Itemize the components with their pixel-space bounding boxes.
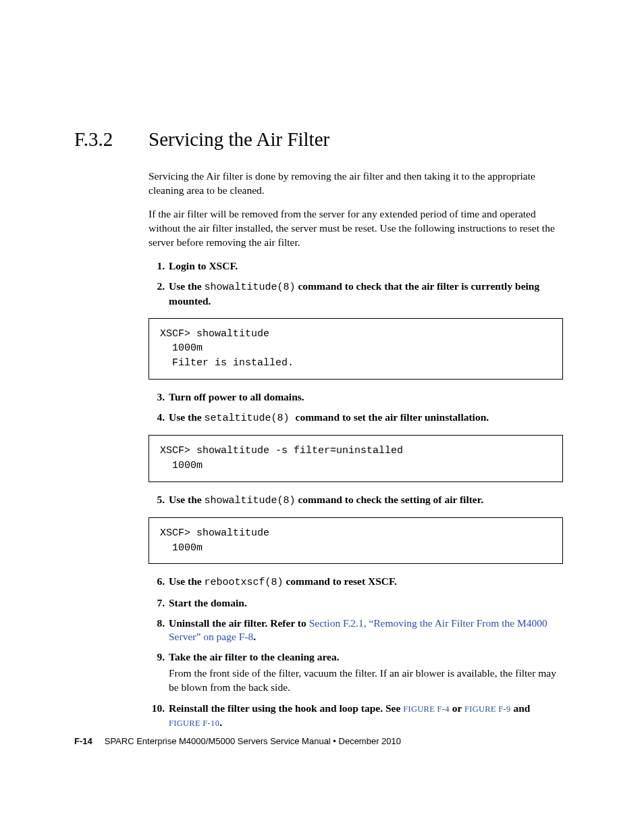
- step-5: 5. Use the showaltitude(8) command to ch…: [149, 493, 563, 508]
- step-bold: Take the air filter to the cleaning area…: [169, 651, 340, 662]
- step-bold: Use the: [169, 411, 205, 423]
- step-bold: Use the: [169, 280, 205, 292]
- step-text: Take the air filter to the cleaning area…: [169, 650, 563, 664]
- step-bold: command to set the air filter uninstalla…: [296, 411, 489, 423]
- step-9: 9. Take the air filter to the cleaning a…: [149, 650, 563, 664]
- step-bold: command to reset XSCF.: [284, 575, 397, 587]
- body-column: Servicing the Air filter is done by remo…: [149, 170, 563, 730]
- step-2: 2. Use the showaltitude(8) command to ch…: [149, 280, 563, 309]
- document-page: F.3.2 Servicing the Air Filter Servicing…: [0, 0, 644, 834]
- figure-link[interactable]: FIGURE F-10: [169, 719, 219, 728]
- step-bold: .: [253, 631, 256, 642]
- step-number: 9.: [149, 650, 169, 664]
- step-bold: Reinstall the filter using the hook and …: [169, 702, 403, 714]
- step-4: 4. Use the setaltitude(8) command to set…: [149, 411, 563, 425]
- step-text: Turn off power to all domains.: [169, 390, 563, 405]
- step-bold: or: [450, 702, 464, 714]
- step-number: 1.: [149, 259, 169, 273]
- step-text: Uninstall the air filter. Refer to Secti…: [169, 617, 563, 645]
- step-text: Use the showaltitude(8) command to check…: [169, 280, 563, 309]
- section-heading: F.3.2 Servicing the Air Filter: [74, 128, 563, 151]
- steps-list: 3. Turn off power to all domains. 4. Use…: [149, 390, 563, 425]
- step-text: Use the showaltitude(8) command to check…: [169, 493, 563, 508]
- footer-text: SPARC Enterprise M4000/M5000 Servers Ser…: [105, 736, 401, 746]
- step-8: 8. Uninstall the air filter. Refer to Se…: [149, 617, 563, 645]
- inline-command: setaltitude(8): [205, 413, 296, 424]
- step-text: Reinstall the filter using the hook and …: [169, 702, 563, 730]
- page-footer: F-14SPARC Enterprise M4000/M5000 Servers…: [74, 736, 401, 746]
- step-number: 5.: [149, 493, 169, 508]
- inline-command: rebootxscf(8): [205, 577, 284, 588]
- step-text: Start the domain.: [169, 596, 563, 610]
- step-bold: command to check the setting of air filt…: [296, 494, 484, 505]
- figure-link[interactable]: FIGURE F-9: [464, 704, 511, 714]
- steps-list: 10. Reinstall the filter using the hook …: [149, 702, 563, 730]
- step-bold: Use the: [169, 494, 205, 505]
- step-text: Use the rebootxscf(8) command to reset X…: [169, 575, 563, 590]
- step-bold: Use the: [169, 575, 205, 587]
- step-3: 3. Turn off power to all domains.: [149, 390, 563, 405]
- step-number: 4.: [149, 411, 169, 425]
- intro-paragraph-1: Servicing the Air filter is done by remo…: [149, 170, 563, 198]
- step-text: Use the setaltitude(8) command to set th…: [169, 411, 563, 425]
- step-bold: Turn off power to all domains.: [169, 391, 304, 402]
- step-bold: and: [511, 702, 531, 714]
- step-number: 2.: [149, 280, 169, 309]
- code-block-2: XSCF> showaltitude -s filter=uninstalled…: [149, 435, 563, 482]
- step-number: 7.: [149, 596, 169, 610]
- step-1: 1. Login to XSCF.: [149, 259, 563, 273]
- steps-list: 5. Use the showaltitude(8) command to ch…: [149, 493, 563, 508]
- step-number: 6.: [149, 575, 169, 590]
- step-number: 3.: [149, 390, 169, 405]
- inline-command: showaltitude(8): [205, 282, 296, 293]
- section-number: F.3.2: [74, 128, 149, 151]
- step-7: 7. Start the domain.: [149, 596, 563, 610]
- step-bold: Start the domain.: [169, 597, 247, 608]
- steps-list: 1. Login to XSCF. 2. Use the showaltitud…: [149, 259, 563, 309]
- intro-paragraph-2: If the air filter will be removed from t…: [149, 207, 563, 250]
- step-bold: Uninstall the air filter. Refer to: [169, 617, 309, 629]
- step-text: Login to XSCF.: [169, 259, 563, 273]
- page-number: F-14: [74, 736, 92, 746]
- steps-list: 6. Use the rebootxscf(8) command to rese…: [149, 575, 563, 664]
- step-bold: Login to XSCF.: [169, 260, 238, 271]
- step-bold: .: [219, 716, 222, 728]
- figure-link[interactable]: FIGURE F-4: [403, 704, 450, 714]
- code-block-1: XSCF> showaltitude 1000m Filter is insta…: [149, 318, 563, 380]
- section-title: Servicing the Air Filter: [149, 128, 329, 151]
- step-10: 10. Reinstall the filter using the hook …: [143, 702, 563, 730]
- step-6: 6. Use the rebootxscf(8) command to rese…: [149, 575, 563, 590]
- inline-command: showaltitude(8): [205, 495, 296, 506]
- code-block-3: XSCF> showaltitude 1000m: [149, 517, 563, 565]
- step-number: 8.: [149, 617, 169, 645]
- step-9-sub: From the front side of the filter, vacuu…: [169, 667, 563, 695]
- step-number: 10.: [143, 702, 169, 730]
